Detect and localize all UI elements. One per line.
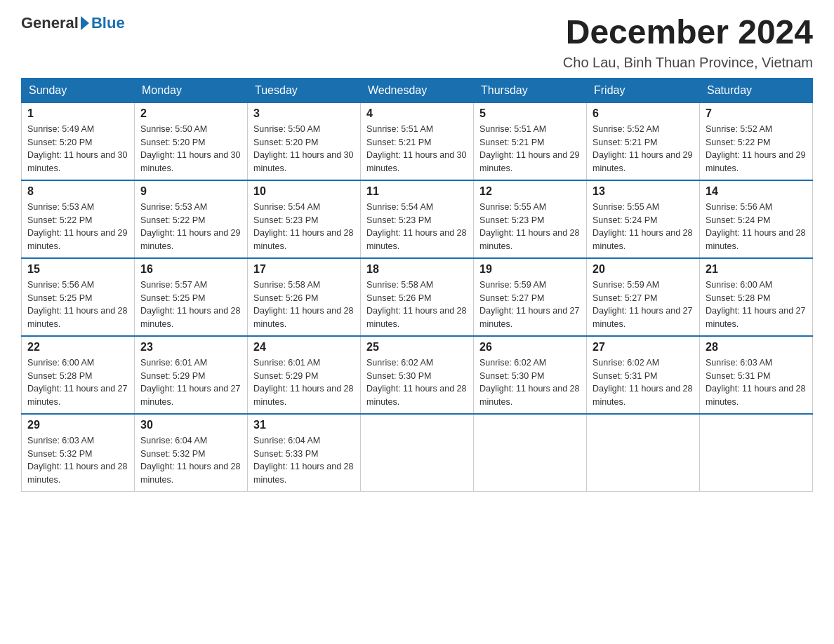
calendar-cell: 2 Sunrise: 5:50 AM Sunset: 5:20 PM Dayli…	[135, 102, 248, 180]
day-number: 27	[593, 341, 694, 354]
calendar-cell: 8 Sunrise: 5:53 AM Sunset: 5:22 PM Dayli…	[22, 180, 135, 258]
day-number: 22	[27, 341, 128, 354]
day-number: 15	[27, 263, 128, 276]
column-header-sunday: Sunday	[22, 78, 135, 102]
day-info: Sunrise: 6:01 AM Sunset: 5:29 PM Dayligh…	[140, 356, 241, 409]
day-info: Sunrise: 5:50 AM Sunset: 5:20 PM Dayligh…	[253, 123, 355, 175]
calendar-cell: 24 Sunrise: 6:01 AM Sunset: 5:29 PM Dayl…	[248, 336, 361, 414]
calendar-cell: 22 Sunrise: 6:00 AM Sunset: 5:28 PM Dayl…	[22, 336, 135, 414]
calendar-cell: 27 Sunrise: 6:02 AM Sunset: 5:31 PM Dayl…	[587, 336, 700, 414]
calendar-cell: 30 Sunrise: 6:04 AM Sunset: 5:32 PM Dayl…	[135, 414, 248, 492]
header-row: SundayMondayTuesdayWednesdayThursdayFrid…	[22, 78, 813, 102]
week-row-2: 8 Sunrise: 5:53 AM Sunset: 5:22 PM Dayli…	[22, 180, 813, 258]
day-number: 19	[479, 263, 581, 276]
day-number: 9	[140, 185, 241, 198]
day-info: Sunrise: 6:03 AM Sunset: 5:31 PM Dayligh…	[706, 356, 807, 409]
day-number: 28	[706, 341, 807, 354]
day-number: 17	[253, 263, 355, 276]
calendar-cell: 25 Sunrise: 6:02 AM Sunset: 5:30 PM Dayl…	[361, 336, 474, 414]
calendar-cell: 13 Sunrise: 5:55 AM Sunset: 5:24 PM Dayl…	[587, 180, 700, 258]
day-number: 8	[27, 185, 128, 198]
calendar-cell: 9 Sunrise: 5:53 AM Sunset: 5:22 PM Dayli…	[135, 180, 248, 258]
week-row-5: 29 Sunrise: 6:03 AM Sunset: 5:32 PM Dayl…	[22, 414, 813, 492]
day-info: Sunrise: 5:56 AM Sunset: 5:24 PM Dayligh…	[706, 201, 807, 253]
page-header: General Blue December 2024 Cho Lau, Binh…	[21, 14, 813, 71]
day-info: Sunrise: 5:59 AM Sunset: 5:27 PM Dayligh…	[593, 279, 694, 331]
day-info: Sunrise: 5:53 AM Sunset: 5:22 PM Dayligh…	[140, 201, 241, 253]
week-row-3: 15 Sunrise: 5:56 AM Sunset: 5:25 PM Dayl…	[22, 258, 813, 336]
calendar-cell	[700, 414, 813, 492]
calendar-cell: 12 Sunrise: 5:55 AM Sunset: 5:23 PM Dayl…	[474, 180, 587, 258]
calendar-cell: 15 Sunrise: 5:56 AM Sunset: 5:25 PM Dayl…	[22, 258, 135, 336]
day-number: 24	[253, 341, 355, 354]
day-info: Sunrise: 5:58 AM Sunset: 5:26 PM Dayligh…	[253, 279, 355, 331]
calendar-cell: 5 Sunrise: 5:51 AM Sunset: 5:21 PM Dayli…	[474, 102, 587, 180]
week-row-4: 22 Sunrise: 6:00 AM Sunset: 5:28 PM Dayl…	[22, 336, 813, 414]
logo: General Blue	[21, 14, 125, 32]
day-info: Sunrise: 5:50 AM Sunset: 5:20 PM Dayligh…	[140, 123, 241, 175]
calendar-cell: 19 Sunrise: 5:59 AM Sunset: 5:27 PM Dayl…	[474, 258, 587, 336]
column-header-monday: Monday	[135, 78, 248, 102]
day-info: Sunrise: 6:01 AM Sunset: 5:29 PM Dayligh…	[253, 356, 355, 409]
day-info: Sunrise: 5:59 AM Sunset: 5:27 PM Dayligh…	[479, 279, 581, 331]
day-info: Sunrise: 5:58 AM Sunset: 5:26 PM Dayligh…	[366, 279, 468, 331]
calendar-cell: 4 Sunrise: 5:51 AM Sunset: 5:21 PM Dayli…	[361, 102, 474, 180]
calendar-cell: 17 Sunrise: 5:58 AM Sunset: 5:26 PM Dayl…	[248, 258, 361, 336]
day-info: Sunrise: 5:57 AM Sunset: 5:25 PM Dayligh…	[140, 279, 241, 331]
day-number: 25	[366, 341, 468, 354]
day-info: Sunrise: 6:02 AM Sunset: 5:30 PM Dayligh…	[366, 356, 468, 409]
calendar-cell: 1 Sunrise: 5:49 AM Sunset: 5:20 PM Dayli…	[22, 102, 135, 180]
day-number: 29	[27, 419, 128, 431]
day-info: Sunrise: 5:49 AM Sunset: 5:20 PM Dayligh…	[27, 123, 128, 175]
day-info: Sunrise: 5:51 AM Sunset: 5:21 PM Dayligh…	[479, 123, 581, 175]
day-number: 20	[593, 263, 694, 276]
calendar-cell: 20 Sunrise: 5:59 AM Sunset: 5:27 PM Dayl…	[587, 258, 700, 336]
day-info: Sunrise: 5:55 AM Sunset: 5:24 PM Dayligh…	[593, 201, 694, 253]
day-number: 3	[253, 107, 355, 120]
month-title: December 2024	[563, 14, 813, 51]
day-info: Sunrise: 6:03 AM Sunset: 5:32 PM Dayligh…	[27, 434, 128, 487]
day-number: 4	[366, 107, 468, 120]
day-info: Sunrise: 5:56 AM Sunset: 5:25 PM Dayligh…	[27, 279, 128, 331]
column-header-thursday: Thursday	[474, 78, 587, 102]
column-header-friday: Friday	[587, 78, 700, 102]
calendar-cell: 14 Sunrise: 5:56 AM Sunset: 5:24 PM Dayl…	[700, 180, 813, 258]
day-info: Sunrise: 6:04 AM Sunset: 5:32 PM Dayligh…	[140, 434, 241, 487]
calendar-cell: 28 Sunrise: 6:03 AM Sunset: 5:31 PM Dayl…	[700, 336, 813, 414]
calendar-cell: 26 Sunrise: 6:02 AM Sunset: 5:30 PM Dayl…	[474, 336, 587, 414]
title-section: December 2024 Cho Lau, Binh Thuan Provin…	[563, 14, 813, 71]
day-number: 31	[253, 419, 355, 431]
day-info: Sunrise: 5:53 AM Sunset: 5:22 PM Dayligh…	[27, 201, 128, 253]
calendar-cell: 23 Sunrise: 6:01 AM Sunset: 5:29 PM Dayl…	[135, 336, 248, 414]
day-info: Sunrise: 6:00 AM Sunset: 5:28 PM Dayligh…	[706, 279, 807, 331]
day-number: 23	[140, 341, 241, 354]
day-number: 16	[140, 263, 241, 276]
calendar-cell	[587, 414, 700, 492]
calendar-cell: 31 Sunrise: 6:04 AM Sunset: 5:33 PM Dayl…	[248, 414, 361, 492]
day-info: Sunrise: 5:52 AM Sunset: 5:21 PM Dayligh…	[593, 123, 694, 175]
day-number: 18	[366, 263, 468, 276]
calendar-cell	[361, 414, 474, 492]
day-info: Sunrise: 5:54 AM Sunset: 5:23 PM Dayligh…	[366, 201, 468, 253]
day-number: 5	[479, 107, 581, 120]
calendar-cell: 16 Sunrise: 5:57 AM Sunset: 5:25 PM Dayl…	[135, 258, 248, 336]
day-info: Sunrise: 5:51 AM Sunset: 5:21 PM Dayligh…	[366, 123, 468, 175]
calendar-cell	[474, 414, 587, 492]
calendar-cell: 21 Sunrise: 6:00 AM Sunset: 5:28 PM Dayl…	[700, 258, 813, 336]
day-number: 21	[706, 263, 807, 276]
day-number: 7	[706, 107, 807, 120]
column-header-saturday: Saturday	[700, 78, 813, 102]
column-header-wednesday: Wednesday	[361, 78, 474, 102]
day-number: 2	[140, 107, 241, 120]
calendar-cell: 7 Sunrise: 5:52 AM Sunset: 5:22 PM Dayli…	[700, 102, 813, 180]
calendar-cell: 10 Sunrise: 5:54 AM Sunset: 5:23 PM Dayl…	[248, 180, 361, 258]
calendar-cell: 3 Sunrise: 5:50 AM Sunset: 5:20 PM Dayli…	[248, 102, 361, 180]
logo-blue-text: Blue	[91, 14, 125, 32]
calendar-cell: 6 Sunrise: 5:52 AM Sunset: 5:21 PM Dayli…	[587, 102, 700, 180]
day-number: 10	[253, 185, 355, 198]
logo-general-text: General	[21, 14, 79, 32]
calendar-table: SundayMondayTuesdayWednesdayThursdayFrid…	[21, 78, 813, 492]
day-number: 13	[593, 185, 694, 198]
day-number: 12	[479, 185, 581, 198]
calendar-cell: 29 Sunrise: 6:03 AM Sunset: 5:32 PM Dayl…	[22, 414, 135, 492]
